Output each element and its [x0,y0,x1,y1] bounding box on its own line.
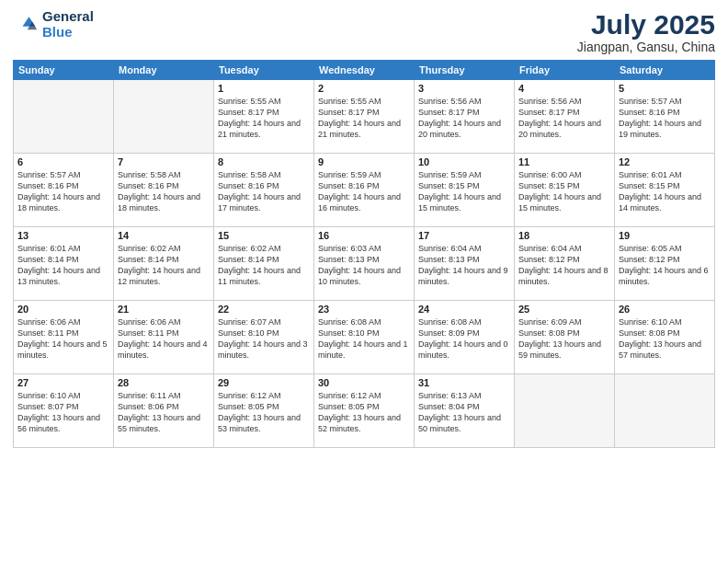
cell-info: Sunrise: 5:59 AM Sunset: 8:16 PM Dayligh… [318,169,410,214]
day-number: 8 [218,156,310,167]
weekday-header-saturday: Saturday [615,61,715,80]
day-number: 25 [518,304,610,315]
cell-info: Sunrise: 5:57 AM Sunset: 8:16 PM Dayligh… [17,169,109,214]
calendar-cell: 15Sunrise: 6:02 AM Sunset: 8:14 PM Dayli… [214,227,314,301]
cell-info: Sunrise: 6:11 AM Sunset: 8:06 PM Dayligh… [118,390,210,435]
calendar-cell: 29Sunrise: 6:12 AM Sunset: 8:05 PM Dayli… [214,374,314,448]
logo-general-text: General [42,8,94,24]
calendar-cell: 18Sunrise: 6:04 AM Sunset: 8:12 PM Dayli… [515,227,615,301]
day-number: 9 [318,156,410,167]
day-number: 17 [418,230,510,241]
cell-info: Sunrise: 5:55 AM Sunset: 8:17 PM Dayligh… [218,96,310,141]
cell-info: Sunrise: 6:13 AM Sunset: 8:04 PM Dayligh… [418,390,510,435]
calendar-cell [515,374,615,448]
calendar-cell: 6Sunrise: 5:57 AM Sunset: 8:16 PM Daylig… [14,154,114,227]
calendar-cell: 12Sunrise: 6:01 AM Sunset: 8:15 PM Dayli… [615,154,715,227]
logo: General Blue [13,9,94,40]
day-number: 29 [218,377,310,388]
cell-info: Sunrise: 6:09 AM Sunset: 8:08 PM Dayligh… [518,316,610,362]
header: General Blue July 2025 Jiangpan, Gansu, … [13,9,715,54]
cell-info: Sunrise: 5:55 AM Sunset: 8:17 PM Dayligh… [318,96,410,141]
day-number: 23 [318,304,410,315]
calendar-cell: 13Sunrise: 6:01 AM Sunset: 8:14 PM Dayli… [14,227,114,301]
calendar-cell: 30Sunrise: 6:12 AM Sunset: 8:05 PM Dayli… [314,374,415,448]
calendar-cell: 5Sunrise: 5:57 AM Sunset: 8:16 PM Daylig… [615,80,715,154]
day-number: 18 [518,230,610,241]
day-number: 11 [518,156,610,167]
cell-info: Sunrise: 5:59 AM Sunset: 8:15 PM Dayligh… [418,169,510,214]
cell-info: Sunrise: 6:01 AM Sunset: 8:15 PM Dayligh… [619,169,711,214]
day-number: 7 [118,156,210,167]
cell-info: Sunrise: 5:57 AM Sunset: 8:16 PM Dayligh… [619,96,711,141]
calendar-cell: 24Sunrise: 6:08 AM Sunset: 8:09 PM Dayli… [415,301,515,374]
cell-info: Sunrise: 5:56 AM Sunset: 8:17 PM Dayligh… [518,96,610,141]
cell-info: Sunrise: 5:58 AM Sunset: 8:16 PM Dayligh… [218,169,310,214]
day-number: 27 [17,377,109,388]
week-row-1: 1Sunrise: 5:55 AM Sunset: 8:17 PM Daylig… [14,80,715,154]
week-row-5: 27Sunrise: 6:10 AM Sunset: 8:07 PM Dayli… [14,374,715,448]
day-number: 14 [118,230,210,241]
calendar-cell: 9Sunrise: 5:59 AM Sunset: 8:16 PM Daylig… [314,154,415,227]
calendar-cell: 2Sunrise: 5:55 AM Sunset: 8:17 PM Daylig… [314,80,415,154]
cell-info: Sunrise: 6:12 AM Sunset: 8:05 PM Dayligh… [218,390,310,435]
day-number: 20 [17,304,109,315]
calendar-cell: 1Sunrise: 5:55 AM Sunset: 8:17 PM Daylig… [214,80,314,154]
day-number: 13 [17,230,109,241]
day-number: 15 [218,230,310,241]
cell-info: Sunrise: 6:01 AM Sunset: 8:14 PM Dayligh… [17,243,109,288]
cell-info: Sunrise: 6:06 AM Sunset: 8:11 PM Dayligh… [17,316,109,362]
calendar-cell [14,80,114,154]
day-number: 2 [318,83,410,94]
weekday-header-thursday: Thursday [415,61,515,80]
day-number: 30 [318,377,410,388]
cell-info: Sunrise: 6:04 AM Sunset: 8:13 PM Dayligh… [418,243,510,288]
calendar-cell: 8Sunrise: 5:58 AM Sunset: 8:16 PM Daylig… [214,154,314,227]
calendar-cell: 31Sunrise: 6:13 AM Sunset: 8:04 PM Dayli… [415,374,515,448]
title-block: July 2025 Jiangpan, Gansu, China [577,9,715,54]
weekday-header-friday: Friday [515,61,615,80]
day-number: 10 [418,156,510,167]
calendar-cell: 28Sunrise: 6:11 AM Sunset: 8:06 PM Dayli… [114,374,214,448]
page: General Blue July 2025 Jiangpan, Gansu, … [0,0,728,563]
week-row-3: 13Sunrise: 6:01 AM Sunset: 8:14 PM Dayli… [14,227,715,301]
month-year: July 2025 [577,9,715,40]
cell-info: Sunrise: 6:07 AM Sunset: 8:10 PM Dayligh… [218,316,310,362]
day-number: 16 [318,230,410,241]
cell-info: Sunrise: 6:10 AM Sunset: 8:08 PM Dayligh… [619,316,711,362]
cell-info: Sunrise: 6:02 AM Sunset: 8:14 PM Dayligh… [118,243,210,288]
calendar-cell [615,374,715,448]
cell-info: Sunrise: 6:10 AM Sunset: 8:07 PM Dayligh… [17,390,109,435]
day-number: 24 [418,304,510,315]
day-number: 6 [17,156,109,167]
calendar-cell: 4Sunrise: 5:56 AM Sunset: 8:17 PM Daylig… [515,80,615,154]
calendar-cell: 23Sunrise: 6:08 AM Sunset: 8:10 PM Dayli… [314,301,415,374]
day-number: 26 [619,304,711,315]
day-number: 3 [418,83,510,94]
calendar-cell: 26Sunrise: 6:10 AM Sunset: 8:08 PM Dayli… [615,301,715,374]
calendar-cell: 22Sunrise: 6:07 AM Sunset: 8:10 PM Dayli… [214,301,314,374]
cell-info: Sunrise: 5:56 AM Sunset: 8:17 PM Dayligh… [418,96,510,141]
day-number: 12 [619,156,711,167]
calendar-cell: 21Sunrise: 6:06 AM Sunset: 8:11 PM Dayli… [114,301,214,374]
calendar-cell: 17Sunrise: 6:04 AM Sunset: 8:13 PM Dayli… [415,227,515,301]
day-number: 4 [518,83,610,94]
cell-info: Sunrise: 6:08 AM Sunset: 8:10 PM Dayligh… [318,316,410,362]
week-row-2: 6Sunrise: 5:57 AM Sunset: 8:16 PM Daylig… [14,154,715,227]
weekday-header-monday: Monday [114,61,214,80]
day-number: 1 [218,83,310,94]
calendar-cell: 16Sunrise: 6:03 AM Sunset: 8:13 PM Dayli… [314,227,415,301]
week-row-4: 20Sunrise: 6:06 AM Sunset: 8:11 PM Dayli… [14,301,715,374]
calendar-cell: 10Sunrise: 5:59 AM Sunset: 8:15 PM Dayli… [415,154,515,227]
day-number: 31 [418,377,510,388]
cell-info: Sunrise: 6:02 AM Sunset: 8:14 PM Dayligh… [218,243,310,288]
cell-info: Sunrise: 5:58 AM Sunset: 8:16 PM Dayligh… [118,169,210,214]
calendar-cell: 27Sunrise: 6:10 AM Sunset: 8:07 PM Dayli… [14,374,114,448]
logo-blue-text: Blue [42,24,73,40]
calendar-cell: 3Sunrise: 5:56 AM Sunset: 8:17 PM Daylig… [415,80,515,154]
cell-info: Sunrise: 6:03 AM Sunset: 8:13 PM Dayligh… [318,243,410,288]
calendar-table: SundayMondayTuesdayWednesdayThursdayFrid… [13,60,715,448]
day-number: 28 [118,377,210,388]
location: Jiangpan, Gansu, China [577,40,715,54]
day-number: 19 [619,230,711,241]
cell-info: Sunrise: 6:00 AM Sunset: 8:15 PM Dayligh… [518,169,610,214]
